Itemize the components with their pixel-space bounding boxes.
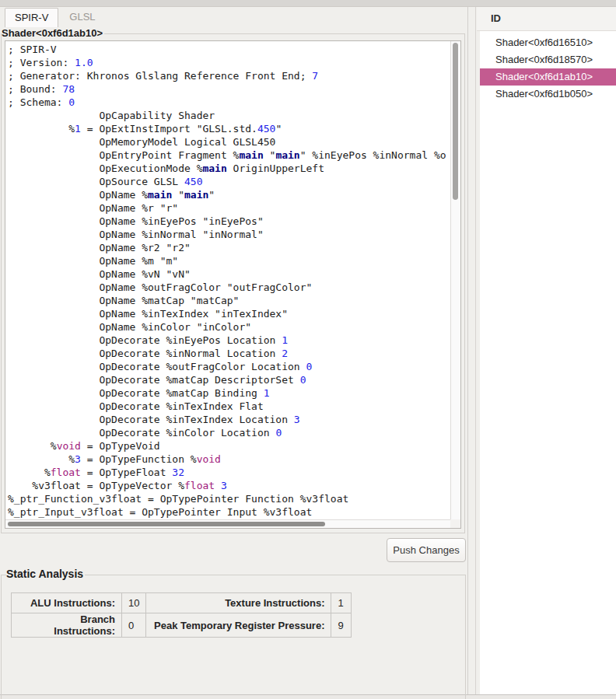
- list-item[interactable]: Shader<0xf6d1ab10>: [480, 68, 616, 86]
- spirv-disassembly-text[interactable]: ; SPIR-V ; Version: 1.0 ; Generator: Khr…: [5, 41, 450, 519]
- static-analysis-title: Static Analysis: [6, 568, 85, 580]
- register-pressure-value: 9: [331, 613, 352, 638]
- vertical-scrollbar-thumb[interactable]: [453, 43, 458, 200]
- table-row: Branch Instructions: 0 Peak Temporary Re…: [12, 613, 352, 638]
- register-pressure-label: Peak Temporary Register Pressure:: [146, 613, 331, 638]
- horizontal-scrollbar-thumb[interactable]: [8, 522, 325, 526]
- shader-group-frame: ; SPIR-V ; Version: 1.0 ; Generator: Khr…: [1, 33, 465, 533]
- alu-instructions-label: ALU Instructions:: [12, 593, 122, 613]
- code-scroll-area[interactable]: ; SPIR-V ; Version: 1.0 ; Generator: Khr…: [5, 41, 450, 519]
- shader-group-label: Shader<0xf6d1ab10>: [2, 27, 104, 39]
- branch-instructions-label: Branch Instructions:: [12, 613, 122, 638]
- pane-splitter[interactable]: [467, 7, 476, 694]
- table-row: ALU Instructions: 10 Texture Instruction…: [12, 593, 352, 613]
- horizontal-scrollbar[interactable]: [5, 519, 450, 528]
- scrollbar-corner: [450, 519, 460, 528]
- source-tab-bar: SPIR-V GLSL: [5, 8, 105, 28]
- texture-instructions-label: Texture Instructions:: [146, 593, 331, 613]
- shader-debugger-window: SPIR-V GLSL Shader<0xf6d1ab10> ; SPIR-V …: [0, 0, 616, 699]
- alu-instructions-value: 10: [122, 593, 146, 613]
- shader-id-list[interactable]: Shader<0xf6d16510>Shader<0xf6d18570>Shad…: [480, 31, 616, 694]
- static-analysis-frame: ALU Instructions: 10 Texture Instruction…: [1, 575, 466, 699]
- vertical-scrollbar[interactable]: [450, 41, 460, 519]
- spirv-code-view[interactable]: ; SPIR-V ; Version: 1.0 ; Generator: Khr…: [5, 40, 461, 529]
- tab-glsl[interactable]: GLSL: [60, 8, 104, 28]
- list-item[interactable]: Shader<0xf6d16510>: [480, 34, 616, 51]
- push-changes-button[interactable]: Push Changes: [387, 538, 466, 562]
- shader-source-pane: SPIR-V GLSL Shader<0xf6d1ab10> ; SPIR-V …: [0, 7, 467, 694]
- static-analysis-table: ALU Instructions: 10 Texture Instruction…: [11, 592, 352, 638]
- list-item[interactable]: Shader<0xf6d18570>: [480, 51, 616, 68]
- tab-spirv[interactable]: SPIR-V: [5, 8, 58, 28]
- id-column-header: ID: [477, 7, 616, 31]
- branch-instructions-value: 0: [122, 613, 146, 638]
- list-item[interactable]: Shader<0xf6d1b050>: [480, 86, 616, 103]
- window-top-strip: [0, 0, 616, 7]
- shader-list-pane: ID Shader<0xf6d16510>Shader<0xf6d18570>S…: [477, 7, 616, 694]
- texture-instructions-value: 1: [331, 593, 352, 613]
